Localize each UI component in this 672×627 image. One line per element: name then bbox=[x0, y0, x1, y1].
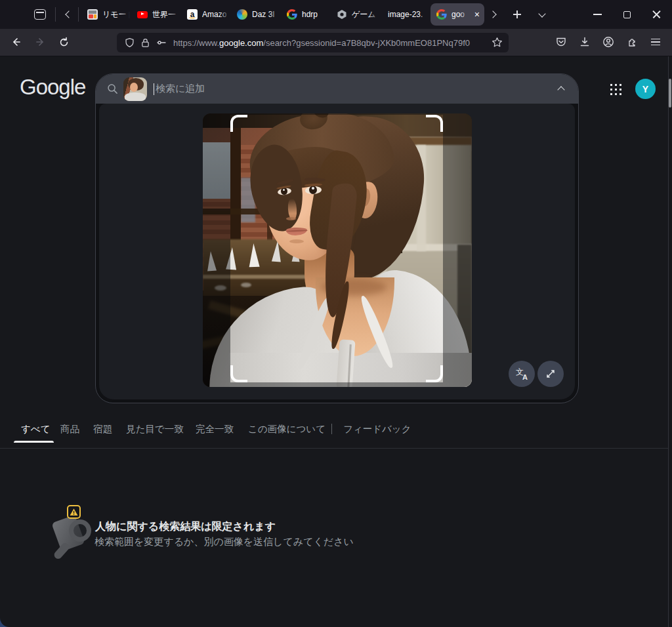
firefox-view-button[interactable] bbox=[31, 5, 49, 24]
crop-dim-top bbox=[230, 113, 443, 115]
youtube-icon bbox=[137, 9, 148, 20]
google-icon bbox=[287, 9, 297, 20]
filter-tab-exact-matches[interactable]: 完全一致 bbox=[196, 423, 234, 435]
minimize-icon bbox=[593, 14, 602, 15]
crop-dim-left bbox=[203, 113, 230, 387]
scene-glint-right bbox=[312, 187, 314, 190]
translate-button[interactable]: 文 A bbox=[509, 361, 535, 387]
navigation-toolbar: https://www.google.com/search?gsessionid… bbox=[0, 29, 672, 56]
tab-label: image-23. bbox=[388, 10, 423, 19]
close-icon bbox=[652, 10, 661, 19]
apps-grid-icon bbox=[609, 83, 622, 96]
scrollbar-track[interactable] bbox=[668, 56, 669, 627]
pocket-button[interactable] bbox=[550, 31, 572, 53]
puzzle-icon bbox=[626, 36, 638, 48]
lock-icon bbox=[141, 37, 150, 48]
chevron-down-icon bbox=[538, 10, 545, 17]
filter-divider bbox=[331, 424, 332, 434]
translate-icon: 文 A bbox=[516, 368, 528, 380]
page-content: Google 検索に追加 bbox=[0, 56, 672, 627]
amazon-icon: a bbox=[187, 9, 198, 20]
warning-triangle-icon bbox=[70, 508, 78, 516]
back-icon bbox=[10, 36, 22, 48]
remote-desktop-icon bbox=[87, 9, 98, 20]
account-icon bbox=[602, 36, 614, 48]
window-minimize-button[interactable] bbox=[583, 0, 612, 29]
results-divider bbox=[0, 448, 668, 449]
forward-icon bbox=[34, 36, 46, 48]
filter-tab-about-image[interactable]: この画像について bbox=[248, 423, 326, 435]
notice-subtitle: 検索範囲を変更するか、別の画像を送信してみてください bbox=[94, 536, 354, 548]
address-bar[interactable]: https://www.google.com/search?gsessionid… bbox=[117, 33, 509, 52]
lens-panel: 検索に追加 bbox=[95, 73, 579, 403]
tab-close-icon[interactable]: × bbox=[474, 9, 480, 20]
scrollbar-thumb[interactable] bbox=[669, 79, 671, 108]
chevron-up-icon bbox=[557, 86, 564, 93]
collapse-button[interactable] bbox=[558, 85, 564, 92]
window-close-button[interactable] bbox=[642, 0, 671, 29]
hamburger-menu-icon bbox=[651, 37, 660, 48]
active-filter-underline bbox=[14, 441, 54, 443]
magnifier-ring bbox=[69, 519, 91, 542]
firefox-view-icon bbox=[34, 9, 46, 20]
expand-image-button[interactable] bbox=[537, 361, 564, 387]
browser-tab-image[interactable]: image-23. bbox=[381, 3, 429, 26]
scroll-tabs-left-button[interactable] bbox=[58, 5, 77, 24]
forward-button[interactable] bbox=[29, 31, 51, 53]
google-icon bbox=[436, 9, 447, 20]
browser-tab-amazon[interactable]: a Amazo bbox=[181, 3, 230, 26]
crop-handle-bottom-left[interactable] bbox=[230, 365, 247, 382]
crop-handle-top-left[interactable] bbox=[230, 115, 247, 132]
download-icon bbox=[579, 36, 591, 48]
browser-tab-hdrp[interactable]: hdrp bbox=[281, 3, 329, 26]
tab-bar: リモート 世界一 a Amazo Daz 3I bbox=[0, 0, 672, 29]
notice-icon bbox=[49, 505, 102, 571]
scene-glint-left bbox=[283, 189, 285, 191]
url-text: https://www.google.com/search?gsessionid… bbox=[173, 38, 480, 48]
filter-tab-all[interactable]: すべて bbox=[21, 423, 51, 435]
scene-plate bbox=[241, 283, 251, 287]
scene-nostril bbox=[286, 217, 296, 220]
filter-tab-visual-matches[interactable]: 見た目で一致 bbox=[126, 423, 184, 435]
account-button[interactable] bbox=[597, 31, 620, 53]
crop-handle-top-right[interactable] bbox=[426, 115, 443, 132]
avatar[interactable]: Y bbox=[635, 79, 656, 99]
window-maximize-button[interactable] bbox=[612, 0, 641, 29]
menu-button[interactable] bbox=[644, 31, 667, 53]
extensions-button[interactable] bbox=[621, 31, 643, 53]
downloads-button[interactable] bbox=[574, 31, 596, 53]
query-image-thumbnail[interactable] bbox=[123, 77, 147, 101]
notice-title: 人物に関する検索結果は限定されます bbox=[95, 520, 276, 534]
browser-tab-game[interactable]: ゲーム bbox=[331, 3, 379, 26]
search-placeholder: 検索に追加 bbox=[156, 83, 205, 95]
browser-tab-daz[interactable]: Daz 3I bbox=[231, 3, 280, 26]
filter-tab-homework[interactable]: 宿題 bbox=[93, 423, 112, 435]
tracking-protection-shield-icon bbox=[125, 37, 135, 48]
feedback-link[interactable]: フィードバック bbox=[343, 423, 411, 435]
pocket-icon bbox=[555, 36, 567, 48]
new-tab-button[interactable] bbox=[508, 5, 526, 24]
browser-window: リモート 世界一 a Amazo Daz 3I bbox=[0, 0, 672, 627]
bookmark-star-icon[interactable] bbox=[492, 37, 503, 48]
search-icon bbox=[107, 83, 118, 94]
browser-tab-remote[interactable]: リモート bbox=[81, 3, 130, 26]
browser-tab-youtube[interactable]: 世界一 bbox=[131, 3, 180, 26]
warning-badge bbox=[67, 505, 81, 519]
back-button[interactable] bbox=[5, 31, 28, 53]
crop-handle-bottom-right[interactable] bbox=[426, 365, 443, 382]
uploaded-image-preview[interactable] bbox=[203, 113, 472, 387]
text-cursor bbox=[154, 83, 154, 95]
scene-placket bbox=[336, 339, 355, 387]
filter-tab-products[interactable]: 商品 bbox=[60, 423, 79, 435]
reload-icon bbox=[58, 37, 70, 48]
permissions-icon bbox=[156, 37, 167, 48]
reload-button[interactable] bbox=[52, 31, 75, 53]
apps-grid-button[interactable] bbox=[609, 83, 622, 96]
browser-tab-google-active[interactable]: goo × bbox=[430, 3, 484, 26]
list-all-tabs-button[interactable] bbox=[533, 5, 551, 24]
google-logo: Google bbox=[20, 75, 85, 100]
expand-icon bbox=[545, 368, 556, 380]
search-bar[interactable]: 検索に追加 bbox=[96, 74, 578, 104]
scene-chin-crease bbox=[289, 239, 304, 243]
scroll-tabs-right-button[interactable] bbox=[484, 5, 503, 24]
